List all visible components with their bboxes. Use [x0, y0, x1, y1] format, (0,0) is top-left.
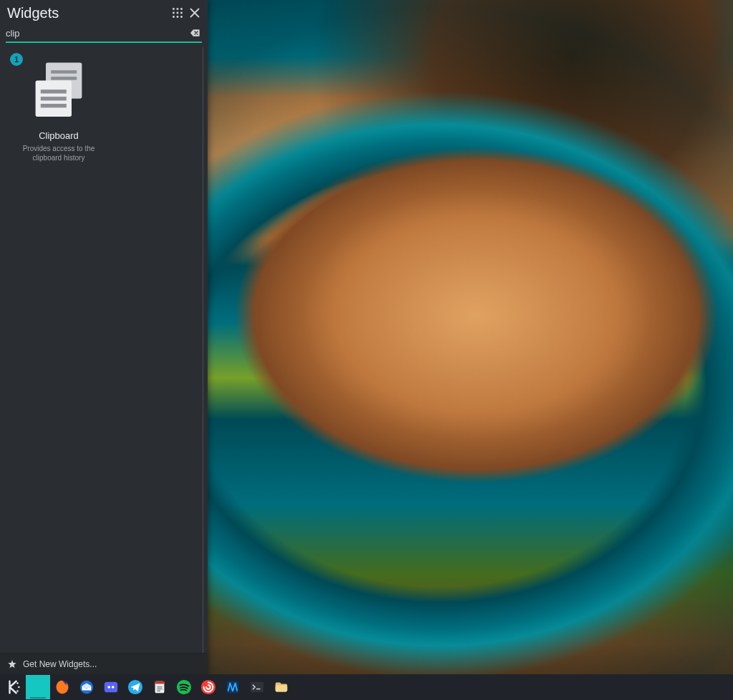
widget-explorer-header: Widgets: [0, 0, 208, 24]
svg-point-4: [177, 12, 179, 14]
svg-rect-13: [41, 89, 67, 93]
svg-rect-27: [157, 686, 162, 687]
taskbar-firefox[interactable]: [50, 675, 74, 699]
svg-rect-11: [51, 77, 77, 80]
widget-search-wrap: [0, 24, 208, 43]
clipboard-icon: [26, 59, 91, 123]
spotify-icon: [176, 679, 192, 695]
svg-point-2: [180, 8, 183, 10]
svg-rect-35: [276, 685, 288, 691]
svg-point-5: [180, 12, 183, 14]
svg-rect-21: [105, 682, 117, 693]
svg-rect-34: [256, 689, 261, 689]
telegram-icon: [127, 679, 143, 695]
taskbar-pocketcasts[interactable]: [196, 675, 220, 699]
virtualbox-icon: [225, 679, 241, 695]
taskbar-discord[interactable]: [99, 675, 123, 699]
widget-explorer-panel: Widgets: [0, 0, 208, 674]
widget-explorer-title: Widgets: [7, 5, 169, 21]
taskbar-terminal[interactable]: [245, 675, 269, 699]
get-new-widgets-button[interactable]: Get New Widgets...: [0, 653, 208, 674]
svg-point-1: [177, 8, 179, 10]
taskbar-app-launcher[interactable]: [1, 675, 26, 699]
close-icon: [187, 5, 203, 21]
svg-point-23: [112, 686, 115, 689]
taskbar-telegram[interactable]: [123, 675, 147, 699]
categories-button[interactable]: [169, 4, 186, 21]
taskbar: [0, 674, 733, 700]
svg-point-3: [173, 12, 175, 14]
svg-rect-14: [41, 97, 67, 100]
thunderbird-icon: [79, 679, 94, 695]
svg-rect-33: [251, 682, 263, 693]
svg-point-22: [107, 686, 110, 689]
taskbar-virtualbox[interactable]: [220, 675, 245, 699]
folder-icon: [273, 679, 289, 695]
get-new-widgets-label: Get New Widgets...: [23, 659, 97, 669]
clear-search-button[interactable]: [188, 26, 202, 40]
widget-item-description: Provides access to the clipboard history: [13, 144, 105, 162]
svg-point-16: [16, 682, 19, 684]
svg-point-17: [16, 690, 19, 692]
taskbar-spotify[interactable]: [172, 675, 196, 699]
svg-rect-15: [41, 104, 67, 107]
taskbar-thunderbird[interactable]: [74, 675, 99, 699]
taskbar-files[interactable]: [269, 675, 293, 699]
kde-logo-icon: [6, 679, 21, 695]
svg-point-7: [177, 16, 179, 18]
widget-grid: 1 Clipboard Provides access to the clipb…: [4, 47, 203, 653]
active-indicator: [30, 697, 46, 699]
firefox-icon: [54, 679, 70, 695]
svg-rect-29: [157, 691, 160, 691]
pocketcasts-icon: [200, 679, 216, 695]
notes-icon: [152, 679, 168, 695]
widget-item-title: Clipboard: [13, 130, 105, 141]
grid-icon: [170, 5, 185, 21]
desktop: Widgets: [0, 0, 733, 700]
terminal-icon: [249, 679, 265, 695]
svg-point-8: [180, 16, 183, 18]
close-button[interactable]: [186, 4, 203, 21]
discord-icon: [103, 679, 119, 695]
widget-count-badge: 1: [10, 53, 23, 66]
svg-rect-26: [155, 681, 165, 684]
widget-search: [6, 24, 202, 43]
search-input[interactable]: [6, 26, 188, 40]
backspace-icon: [189, 27, 200, 39]
svg-rect-28: [157, 689, 162, 689]
taskbar-active-task[interactable]: [26, 675, 50, 699]
taskbar-notes[interactable]: [147, 675, 172, 699]
widget-item-clipboard[interactable]: 1 Clipboard Provides access to the clipb…: [9, 52, 109, 168]
svg-point-18: [18, 686, 20, 689]
star-icon: [7, 659, 17, 669]
svg-rect-10: [51, 70, 77, 74]
svg-point-0: [173, 8, 175, 10]
svg-point-6: [173, 16, 175, 18]
